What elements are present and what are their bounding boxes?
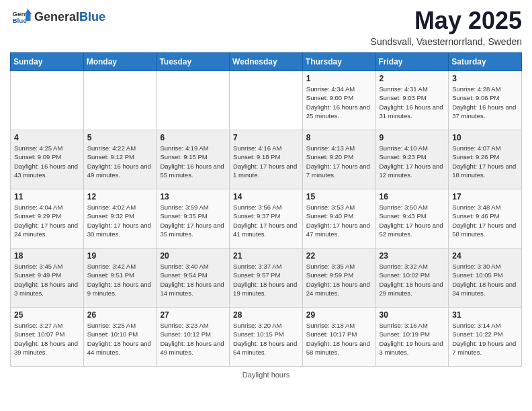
day-info: Sunrise: 3:16 AM Sunset: 10:19 PM Daylig… [380,321,445,357]
footer: Daylight hours [10,371,522,379]
day-info: Sunrise: 3:53 AM Sunset: 9:40 PM Dayligh… [306,203,372,238]
day-cell: 10Sunrise: 4:07 AM Sunset: 9:26 PM Dayli… [449,130,522,189]
day-info: Sunrise: 4:28 AM Sunset: 9:06 PM Dayligh… [452,85,518,120]
day-info: Sunrise: 3:56 AM Sunset: 9:37 PM Dayligh… [233,203,299,238]
day-number: 19 [87,251,153,261]
header-monday: Monday [83,53,157,71]
day-info: Sunrise: 3:59 AM Sunset: 9:35 PM Dayligh… [160,203,226,238]
day-number: 21 [233,251,299,261]
day-cell: 27Sunrise: 3:23 AM Sunset: 10:12 PM Dayl… [157,308,230,367]
day-number: 23 [380,251,445,261]
day-cell: 23Sunrise: 3:32 AM Sunset: 10:02 PM Dayl… [375,248,449,308]
day-info: Sunrise: 3:42 AM Sunset: 9:51 PM Dayligh… [87,262,153,298]
logo: General Blue GeneralBlue [10,7,105,27]
day-cell: 29Sunrise: 3:18 AM Sunset: 10:17 PM Dayl… [302,308,375,367]
day-info: Sunrise: 3:23 AM Sunset: 10:12 PM Daylig… [160,321,226,357]
header: General Blue GeneralBlue May 2025 Sundsv… [10,7,522,47]
day-number: 4 [14,133,80,142]
day-info: Sunrise: 4:31 AM Sunset: 9:03 PM Dayligh… [380,85,445,120]
day-number: 27 [160,310,226,320]
day-number: 24 [452,251,518,261]
day-cell: 11Sunrise: 4:04 AM Sunset: 9:29 PM Dayli… [11,189,84,248]
day-info: Sunrise: 3:20 AM Sunset: 10:15 PM Daylig… [233,321,299,357]
day-cell [11,71,84,130]
day-cell: 22Sunrise: 3:35 AM Sunset: 9:59 PM Dayli… [302,248,375,308]
day-number: 14 [233,192,299,201]
day-cell: 25Sunrise: 3:27 AM Sunset: 10:07 PM Dayl… [11,308,84,367]
day-number: 7 [233,133,299,142]
day-info: Sunrise: 4:16 AM Sunset: 9:18 PM Dayligh… [233,144,299,179]
day-cell: 18Sunrise: 3:45 AM Sunset: 9:49 PM Dayli… [11,248,84,308]
day-cell: 1Sunrise: 4:34 AM Sunset: 9:00 PM Daylig… [302,71,375,130]
header-thursday: Thursday [302,53,375,71]
day-number: 29 [306,310,372,320]
week-row-5: 25Sunrise: 3:27 AM Sunset: 10:07 PM Dayl… [11,308,522,367]
day-number: 3 [452,74,518,83]
header-tuesday: Tuesday [157,53,230,71]
day-info: Sunrise: 3:27 AM Sunset: 10:07 PM Daylig… [14,321,80,357]
day-cell: 6Sunrise: 4:19 AM Sunset: 9:15 PM Daylig… [157,130,230,189]
day-cell [230,71,303,130]
day-number: 1 [306,74,372,83]
day-number: 20 [160,251,226,261]
week-row-2: 4Sunrise: 4:25 AM Sunset: 9:09 PM Daylig… [11,130,522,189]
day-cell: 26Sunrise: 3:25 AM Sunset: 10:10 PM Dayl… [83,308,157,367]
logo-icon: General Blue [11,7,32,27]
day-info: Sunrise: 4:07 AM Sunset: 9:26 PM Dayligh… [452,144,518,179]
calendar-header: Sunday Monday Tuesday Wednesday Thursday… [11,53,522,71]
day-cell: 14Sunrise: 3:56 AM Sunset: 9:37 PM Dayli… [230,189,303,248]
header-friday: Friday [375,53,449,71]
header-row: Sunday Monday Tuesday Wednesday Thursday… [11,53,522,71]
day-number: 11 [14,192,80,201]
day-info: Sunrise: 4:04 AM Sunset: 9:29 PM Dayligh… [14,203,80,238]
calendar-subtitle: Sundsvall, Vaesternorrland, Sweden [371,36,522,47]
day-info: Sunrise: 3:50 AM Sunset: 9:43 PM Dayligh… [380,203,445,238]
logo-text: GeneralBlue [34,10,105,24]
day-number: 18 [14,251,80,261]
day-info: Sunrise: 4:34 AM Sunset: 9:00 PM Dayligh… [306,85,372,120]
day-number: 28 [233,310,299,320]
svg-text:Blue: Blue [13,17,28,24]
day-cell: 28Sunrise: 3:20 AM Sunset: 10:15 PM Dayl… [230,308,303,367]
day-info: Sunrise: 3:30 AM Sunset: 10:05 PM Daylig… [452,262,518,298]
day-number: 13 [160,192,226,201]
day-cell: 15Sunrise: 3:53 AM Sunset: 9:40 PM Dayli… [302,189,375,248]
day-cell: 5Sunrise: 4:22 AM Sunset: 9:12 PM Daylig… [83,130,157,189]
day-info: Sunrise: 3:25 AM Sunset: 10:10 PM Daylig… [87,321,153,357]
day-number: 31 [452,310,518,320]
calendar-body: 1Sunrise: 4:34 AM Sunset: 9:00 PM Daylig… [11,71,522,367]
day-cell [157,71,230,130]
day-info: Sunrise: 3:45 AM Sunset: 9:49 PM Dayligh… [14,262,80,298]
day-info: Sunrise: 4:22 AM Sunset: 9:12 PM Dayligh… [87,144,153,179]
day-cell: 12Sunrise: 4:02 AM Sunset: 9:32 PM Dayli… [83,189,157,248]
day-info: Sunrise: 3:14 AM Sunset: 10:22 PM Daylig… [452,321,518,357]
day-info: Sunrise: 3:37 AM Sunset: 9:57 PM Dayligh… [233,262,299,298]
day-cell: 8Sunrise: 4:13 AM Sunset: 9:20 PM Daylig… [302,130,375,189]
day-cell: 30Sunrise: 3:16 AM Sunset: 10:19 PM Dayl… [375,308,449,367]
day-number: 22 [306,251,372,261]
day-number: 10 [452,133,518,142]
day-number: 12 [87,192,153,201]
day-number: 6 [160,133,226,142]
day-number: 16 [380,192,445,201]
day-info: Sunrise: 3:35 AM Sunset: 9:59 PM Dayligh… [306,262,372,298]
day-info: Sunrise: 4:13 AM Sunset: 9:20 PM Dayligh… [306,144,372,179]
header-wednesday: Wednesday [230,53,303,71]
day-number: 15 [306,192,372,201]
day-number: 5 [87,133,153,142]
day-cell: 19Sunrise: 3:42 AM Sunset: 9:51 PM Dayli… [83,248,157,308]
footer-text: Daylight hours [242,371,290,379]
day-info: Sunrise: 4:10 AM Sunset: 9:23 PM Dayligh… [380,144,445,179]
day-cell: 17Sunrise: 3:48 AM Sunset: 9:46 PM Dayli… [449,189,522,248]
day-number: 26 [87,310,153,320]
day-cell: 20Sunrise: 3:40 AM Sunset: 9:54 PM Dayli… [157,248,230,308]
week-row-1: 1Sunrise: 4:34 AM Sunset: 9:00 PM Daylig… [11,71,522,130]
day-info: Sunrise: 4:19 AM Sunset: 9:15 PM Dayligh… [160,144,226,179]
header-sunday: Sunday [11,53,84,71]
day-number: 25 [14,310,80,320]
calendar-title: May 2025 [371,7,522,35]
week-row-4: 18Sunrise: 3:45 AM Sunset: 9:49 PM Dayli… [11,248,522,308]
day-cell: 7Sunrise: 4:16 AM Sunset: 9:18 PM Daylig… [230,130,303,189]
day-cell: 13Sunrise: 3:59 AM Sunset: 9:35 PM Dayli… [157,189,230,248]
day-number: 8 [306,133,372,142]
